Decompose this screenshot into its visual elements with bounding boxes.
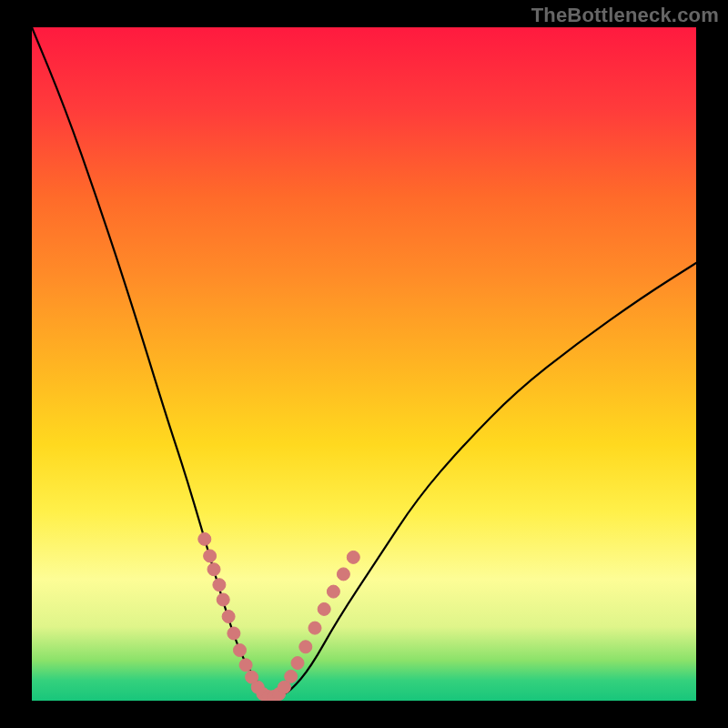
highlight-dot [204, 550, 217, 562]
highlight-dot [318, 602, 330, 615]
highlight-dots [198, 532, 359, 701]
highlight-dot [308, 622, 321, 634]
highlight-dot [337, 568, 349, 581]
highlight-dot [198, 532, 211, 545]
highlight-dot [207, 563, 220, 576]
watermark-text: TheBottleneck.com [531, 4, 719, 27]
highlight-dot [228, 627, 240, 640]
chart-frame: TheBottleneck.com [0, 0, 728, 728]
highlight-dot [234, 644, 247, 657]
highlight-dot [213, 579, 226, 592]
bottleneck-curve [32, 27, 696, 695]
highlight-dot [299, 641, 312, 653]
highlight-dot [291, 657, 304, 670]
highlight-dot [285, 670, 298, 682]
highlight-dot [222, 611, 235, 623]
chart-svg [32, 27, 696, 701]
highlight-dot [217, 593, 229, 606]
highlight-dot [347, 551, 359, 563]
plot-area [32, 27, 696, 701]
highlight-dot [327, 585, 339, 598]
highlight-dot [239, 659, 252, 672]
